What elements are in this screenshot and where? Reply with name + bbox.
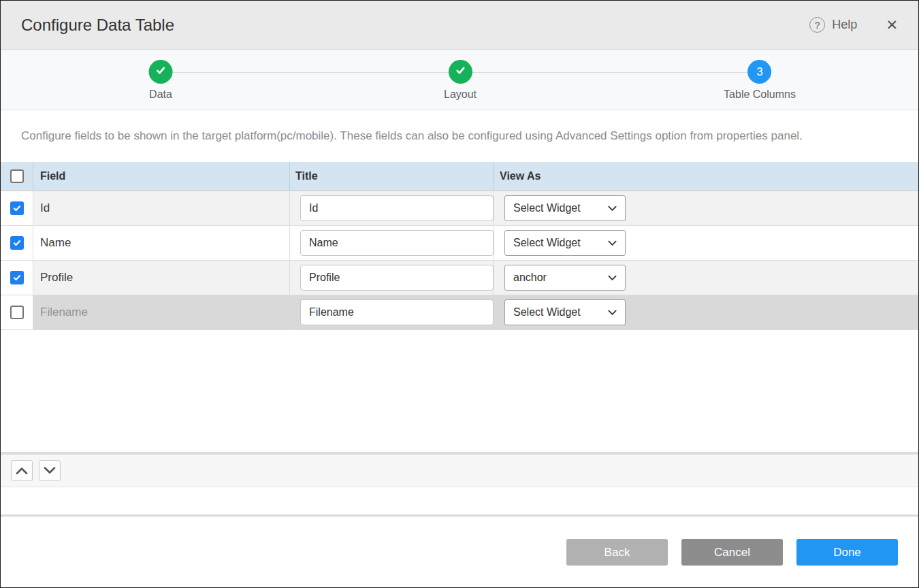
- configure-data-table-dialog: Configure Data Table ? Help ✕ Data Layou…: [0, 0, 919, 588]
- stepper: Data Layout 3 Table Columns: [1, 50, 918, 110]
- step-layout[interactable]: Layout: [444, 60, 477, 101]
- step-layout-circle: [448, 60, 472, 84]
- field-name-label: Name: [40, 236, 71, 250]
- table-row: Name Select Widget: [1, 226, 918, 261]
- view-as-dropdown[interactable]: Select Widget: [504, 299, 626, 325]
- select-all-checkbox[interactable]: [10, 169, 24, 183]
- step-table-columns[interactable]: 3 Table Columns: [724, 60, 796, 101]
- chevron-down-icon: [608, 306, 617, 318]
- description-area: Configure fields to be shown in the targ…: [1, 110, 918, 162]
- table-empty-area: [1, 330, 918, 452]
- select-all-cell: [1, 162, 33, 190]
- view-as-selected-value: Select Widget: [513, 306, 581, 318]
- help-circle-icon[interactable]: ?: [809, 17, 825, 33]
- help-button[interactable]: Help: [832, 18, 857, 32]
- dialog-title: Configure Data Table: [21, 16, 174, 35]
- field-name-label: Filename: [40, 306, 88, 319]
- title-input[interactable]: [300, 299, 494, 325]
- row-checkbox[interactable]: [10, 236, 24, 250]
- description-text: Configure fields to be shown in the targ…: [21, 129, 898, 143]
- step-table-columns-label: Table Columns: [724, 88, 796, 101]
- title-input[interactable]: [300, 195, 494, 221]
- close-icon[interactable]: ✕: [886, 18, 898, 32]
- column-header-title: Title: [290, 162, 494, 190]
- row-checkbox-cell: [1, 226, 33, 260]
- field-name-label: Id: [40, 201, 50, 215]
- done-button[interactable]: Done: [796, 539, 898, 566]
- table-row: Filename Select Widget: [1, 295, 918, 330]
- step-data-label: Data: [149, 88, 173, 101]
- check-icon: [155, 64, 167, 80]
- view-as-selected-value: anchor: [513, 272, 547, 284]
- back-button[interactable]: Back: [566, 539, 668, 566]
- check-icon: [453, 64, 466, 80]
- column-header-field: Field: [33, 162, 290, 190]
- chevron-down-icon: [44, 465, 56, 477]
- title-input[interactable]: [300, 230, 494, 256]
- chevron-up-icon: [16, 465, 28, 477]
- cancel-button[interactable]: Cancel: [681, 539, 783, 566]
- view-as-selected-value: Select Widget: [513, 202, 581, 214]
- view-as-dropdown[interactable]: Select Widget: [504, 195, 626, 221]
- row-checkbox[interactable]: [10, 271, 24, 284]
- reorder-toolbar: [1, 452, 918, 487]
- step-data[interactable]: Data: [149, 60, 173, 101]
- row-checkbox-cell: [1, 261, 33, 295]
- move-up-button[interactable]: [11, 460, 33, 481]
- chevron-down-icon: [608, 272, 617, 284]
- step-layout-label: Layout: [444, 88, 477, 101]
- footer-gap: [1, 487, 918, 514]
- titlebar: Configure Data Table ? Help ✕: [1, 1, 918, 50]
- move-down-button[interactable]: [39, 460, 61, 481]
- row-checkbox-cell: [1, 295, 33, 329]
- chevron-down-icon: [608, 202, 617, 214]
- table-header-row: Field Title View As: [1, 162, 918, 191]
- column-header-view-as: View As: [494, 162, 918, 190]
- step-data-circle: [149, 60, 173, 84]
- table-row: Profile anchor: [1, 261, 918, 295]
- step-table-columns-circle: 3: [747, 60, 771, 84]
- title-input[interactable]: [300, 265, 494, 291]
- view-as-dropdown[interactable]: Select Widget: [504, 230, 626, 256]
- view-as-selected-value: Select Widget: [513, 237, 581, 249]
- footer: Back Cancel Done: [1, 514, 918, 587]
- row-checkbox[interactable]: [10, 201, 24, 215]
- table-body: Id Select Widget Name: [1, 191, 918, 330]
- row-checkbox[interactable]: [10, 306, 24, 319]
- view-as-dropdown[interactable]: anchor: [504, 265, 626, 291]
- row-checkbox-cell: [1, 191, 33, 225]
- chevron-down-icon: [608, 237, 617, 249]
- field-name-label: Profile: [40, 271, 73, 284]
- table-row: Id Select Widget: [1, 191, 918, 226]
